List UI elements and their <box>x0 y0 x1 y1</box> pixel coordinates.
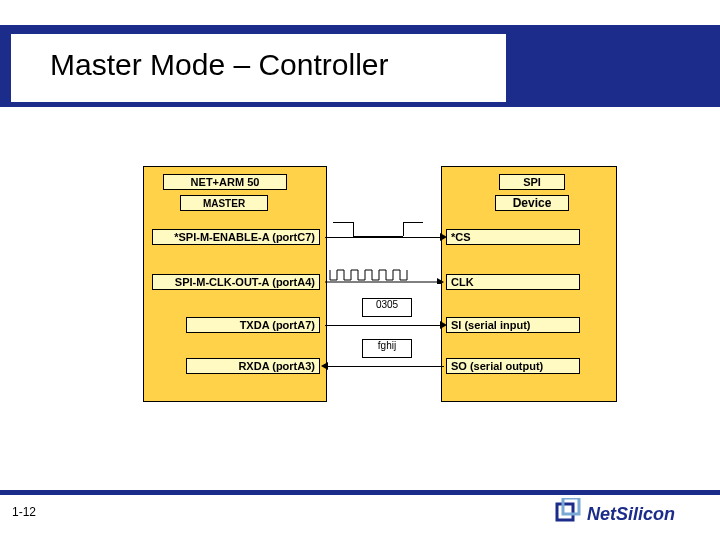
rxda-arrowhead-icon <box>321 362 328 370</box>
slide-number: 1-12 <box>12 505 36 519</box>
slave-role-label: Device <box>495 195 569 211</box>
txda-line <box>325 325 444 326</box>
master-chip-label: NET+ARM 50 <box>163 174 287 190</box>
clock-waveform-icon <box>325 266 444 284</box>
txda-label: TXDA (portA7) <box>186 317 320 333</box>
enable-signal-label: *SPI-M-ENABLE-A (portC7) <box>152 229 320 245</box>
cs-label: *CS <box>446 229 580 245</box>
txda-arrowhead-icon <box>440 321 447 329</box>
footer-bar <box>0 490 720 495</box>
clock-out-label: SPI-M-CLK-OUT-A (portA4) <box>152 274 320 290</box>
page-title: Master Mode – Controller <box>50 48 388 82</box>
rxda-label: RXDA (portA3) <box>186 358 320 374</box>
enable-waveform-icon <box>333 222 423 240</box>
netsilicon-logo-icon: NetSilicon <box>555 498 710 534</box>
enable-arrowhead-icon <box>440 233 447 241</box>
clk-label: CLK <box>446 274 580 290</box>
rx-data-box: fghij <box>362 339 412 358</box>
tx-data-box: 0305 <box>362 298 412 317</box>
so-label: SO (serial output) <box>446 358 580 374</box>
si-label: SI (serial input) <box>446 317 580 333</box>
logo-text: NetSilicon <box>587 504 675 524</box>
master-role-label: MASTER <box>180 195 268 211</box>
rxda-line <box>325 366 444 367</box>
slave-chip-label: SPI <box>499 174 565 190</box>
